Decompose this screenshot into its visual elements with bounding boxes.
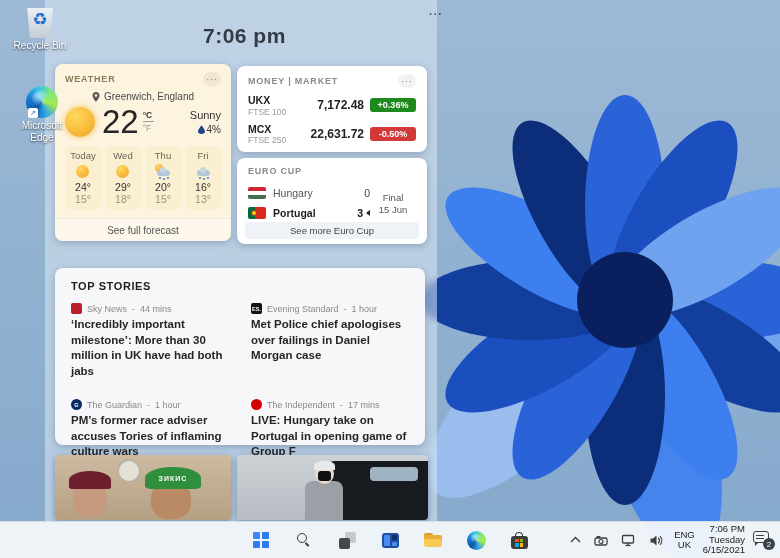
- recycle-bin-label: Recycle Bin: [11, 40, 69, 52]
- market-row-ukx[interactable]: UKX FTSE 100 7,172.48 +0.36%: [248, 94, 416, 117]
- language-indicator[interactable]: ENG UK: [674, 530, 695, 551]
- match-status: Final: [383, 192, 404, 203]
- file-explorer-button[interactable]: [420, 527, 446, 553]
- search-icon: [296, 532, 312, 548]
- story-sky-news[interactable]: Sky News - 44 mins ‘Incredibly important…: [71, 303, 229, 379]
- hungary-flag-icon: [248, 187, 266, 199]
- market-menu-ellipsis-icon[interactable]: ···: [398, 74, 416, 88]
- forecast-high: 16°: [185, 181, 221, 193]
- forecast-day-thu[interactable]: Thu 20° 15°: [145, 146, 181, 210]
- windows-logo-icon: [253, 532, 269, 548]
- forecast-day-label: Wed: [105, 150, 141, 161]
- story-source: Sky News: [87, 304, 127, 314]
- meta-separator: -: [340, 400, 343, 410]
- tray-volume-icon[interactable]: [647, 532, 666, 549]
- market-title: MONEY | MARKET: [248, 76, 338, 86]
- task-view-icon: [339, 532, 356, 549]
- location-pin-icon: [92, 92, 100, 102]
- team-row-portugal[interactable]: Portugal 3: [248, 203, 370, 223]
- forecast-low: 13°: [185, 193, 221, 205]
- weather-menu-ellipsis-icon[interactable]: ···: [203, 72, 221, 86]
- story-independent[interactable]: The Independent - 17 mins LIVE: Hungary …: [251, 399, 409, 460]
- start-button[interactable]: [248, 527, 274, 553]
- forecast-low: 18°: [105, 193, 141, 205]
- story-thumbnail-masked-man[interactable]: [237, 455, 428, 520]
- sunny-icon: [114, 164, 132, 179]
- see-full-forecast-button[interactable]: See full forecast: [55, 218, 231, 241]
- guardian-logo-icon: G: [71, 399, 82, 410]
- more-options-ellipsis-icon[interactable]: ···: [429, 8, 443, 20]
- match-date: 15 Jun: [379, 204, 408, 215]
- story-thumbnail-boys[interactable]: ЗИКИС: [55, 455, 231, 520]
- tray-chevron-up-icon[interactable]: [567, 532, 584, 548]
- notification-count-badge: 2: [763, 538, 775, 550]
- edge-icon: ↗: [26, 86, 58, 118]
- unit-celsius[interactable]: °C: [143, 110, 153, 120]
- story-guardian[interactable]: G The Guardian - 1 hour PM’s former race…: [71, 399, 229, 460]
- eurocup-title: EURO CUP: [248, 166, 302, 176]
- market-symbol: UKX: [248, 94, 286, 107]
- forecast-low: 15°: [145, 193, 181, 205]
- independent-logo-icon: [251, 399, 262, 410]
- unit-fahrenheit[interactable]: °F: [143, 123, 152, 133]
- store-bag-icon: [511, 532, 528, 549]
- desktop: 7:06 pm ··· WEATHER ··· Greenwich, Engla…: [0, 0, 780, 558]
- story-headline: PM’s former race adviser accuses Tories …: [71, 413, 229, 460]
- widgets-panel-clock: 7:06 pm: [203, 24, 286, 48]
- search-button[interactable]: [291, 527, 317, 553]
- cap-text: ЗИКИС: [145, 467, 201, 489]
- taskbar: ENG UK 7:06 PM Tuesday 6/15/2021 2: [0, 521, 780, 558]
- tray-camera-device-icon[interactable]: [592, 532, 611, 549]
- market-symbol: MCX: [248, 123, 286, 136]
- top-stories-widget[interactable]: TOP STORIES Sky News - 44 mins ‘Incredib…: [55, 268, 425, 445]
- widgets-icon: [382, 533, 399, 548]
- story-source: The Independent: [267, 400, 335, 410]
- widgets-button[interactable]: [377, 527, 403, 553]
- notification-center-button[interactable]: 2: [753, 530, 775, 550]
- tray-clock[interactable]: 7:06 PM Tuesday 6/15/2021: [703, 524, 745, 556]
- edge-shortcut[interactable]: ↗ Microsoft Edge: [13, 86, 71, 143]
- wall-clock-decor: [117, 459, 141, 483]
- sky-news-logo-icon: [71, 303, 82, 314]
- forecast-day-today[interactable]: Today 24° 15°: [65, 146, 101, 210]
- sun-rain-icon: [154, 164, 172, 179]
- forecast-high: 20°: [145, 181, 181, 193]
- precipitation-chance: 4%: [207, 124, 221, 135]
- market-widget[interactable]: MONEY | MARKET ··· UKX FTSE 100 7,172.48…: [237, 66, 427, 152]
- forecast-day-label: Fri: [185, 150, 221, 161]
- market-change-badge: +0.36%: [370, 98, 416, 112]
- folder-icon: [424, 533, 442, 547]
- team-score: 3: [357, 207, 363, 219]
- shortcut-arrow-icon: ↗: [28, 108, 38, 118]
- forecast-low: 15°: [65, 193, 101, 205]
- region-code: UK: [674, 540, 695, 550]
- tray-network-icon[interactable]: [619, 532, 639, 549]
- weather-widget[interactable]: WEATHER ··· Greenwich, England 22 °C °F …: [55, 64, 231, 241]
- unit-toggle[interactable]: °C °F: [143, 110, 154, 133]
- story-source: Evening Standard: [267, 304, 339, 314]
- weather-title: WEATHER: [65, 74, 115, 84]
- story-headline: Met Police chief apologises over failing…: [251, 317, 409, 364]
- story-headline: ‘Incredibly important milestone’: More t…: [71, 317, 229, 379]
- task-view-button[interactable]: [334, 527, 360, 553]
- eurocup-widget[interactable]: EURO CUP Hungary 0 Portugal 3: [237, 158, 427, 244]
- microsoft-store-button[interactable]: [506, 527, 532, 553]
- team-row-hungary[interactable]: Hungary 0: [248, 183, 370, 203]
- recycle-bin-shortcut[interactable]: ♻ Recycle Bin: [11, 6, 69, 52]
- team-name: Hungary: [273, 187, 313, 199]
- portugal-flag-icon: [248, 207, 266, 219]
- evening-standard-logo-icon: ES.: [251, 303, 262, 314]
- forecast-day-wed[interactable]: Wed 29° 18°: [105, 146, 141, 210]
- story-evening-standard[interactable]: ES. Evening Standard - 1 hour Met Police…: [251, 303, 409, 379]
- top-stories-title: TOP STORIES: [71, 280, 409, 292]
- see-more-eurocup-button[interactable]: See more Euro Cup: [245, 222, 419, 239]
- market-change-badge: -0.50%: [370, 127, 416, 141]
- raindrop-icon: [198, 125, 205, 134]
- unit-divider: [143, 121, 154, 122]
- current-temperature: 22: [102, 105, 139, 138]
- forecast-high: 29°: [105, 181, 141, 193]
- market-value: 22,631.72: [311, 127, 364, 141]
- edge-taskbar-button[interactable]: [463, 527, 489, 553]
- forecast-day-fri[interactable]: Fri 16° 13°: [185, 146, 221, 210]
- market-row-mcx[interactable]: MCX FTSE 250 22,631.72 -0.50%: [248, 123, 416, 146]
